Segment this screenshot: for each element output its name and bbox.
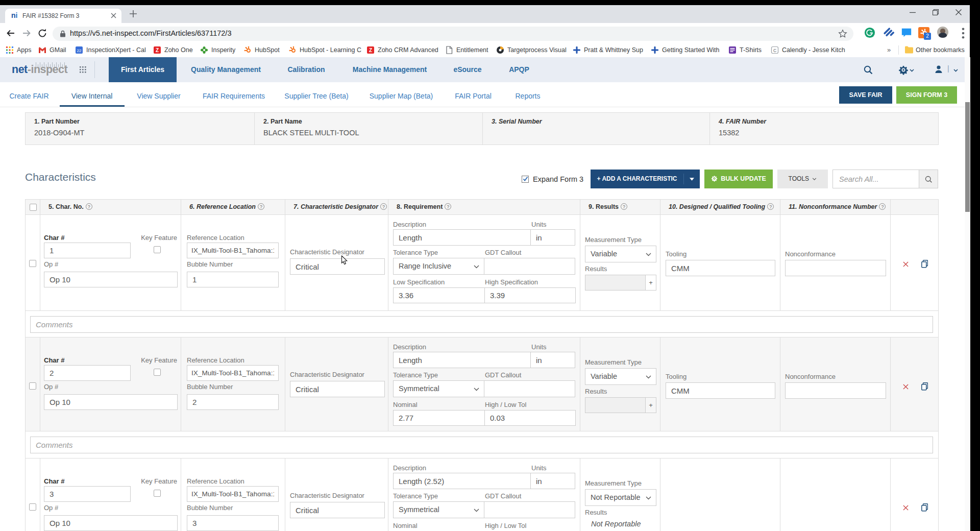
svg-text:22: 22 bbox=[77, 49, 82, 53]
svg-text:C: C bbox=[773, 48, 776, 53]
svg-text:Z: Z bbox=[156, 47, 159, 53]
svg-text:Z: Z bbox=[369, 47, 372, 53]
